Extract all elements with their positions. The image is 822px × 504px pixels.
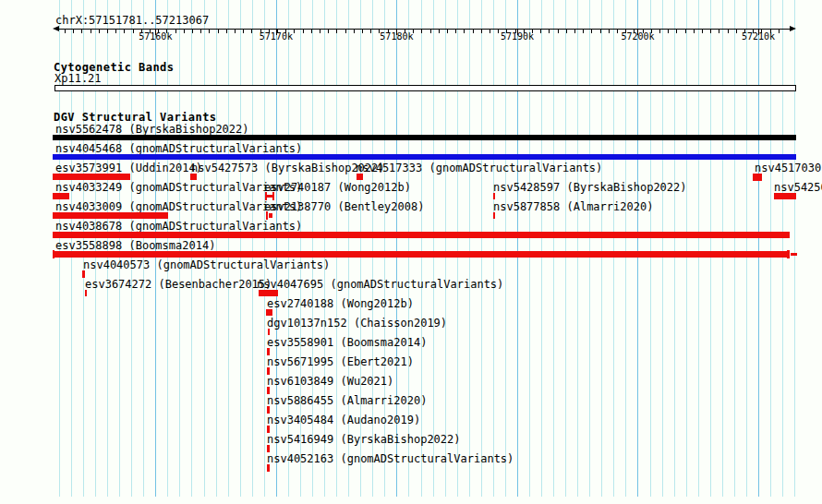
grid-major-line bbox=[758, 0, 759, 497]
variant-glyph[interactable] bbox=[493, 212, 495, 219]
variant-label[interactable]: nsv5877858 (Almarri2020) bbox=[493, 201, 653, 212]
variant-glyph[interactable] bbox=[267, 367, 270, 375]
variant-glyph[interactable] bbox=[267, 348, 270, 355]
ruler-minor-tick bbox=[549, 29, 550, 33]
grid-minor-line bbox=[650, 0, 651, 497]
ruler-tick-label: 57170k bbox=[260, 31, 293, 42]
variant-glyph[interactable] bbox=[267, 464, 270, 472]
ruler-minor-tick bbox=[311, 29, 312, 33]
variant-label[interactable]: dgv10137n152 (Chaisson2019) bbox=[267, 318, 447, 329]
ruler-minor-tick bbox=[617, 29, 618, 33]
ruler-tick-label: 57160k bbox=[139, 31, 172, 42]
variant-glyph[interactable] bbox=[357, 174, 363, 180]
variant-glyph[interactable] bbox=[493, 193, 495, 199]
variant-glyph[interactable] bbox=[753, 174, 762, 181]
ruler-minor-tick bbox=[736, 29, 737, 33]
ruler-minor-tick bbox=[685, 29, 686, 33]
variant-label[interactable]: esv3558898 (Boomsma2014) bbox=[55, 240, 215, 251]
ruler-minor-tick bbox=[566, 29, 567, 33]
ruler-minor-tick bbox=[133, 29, 134, 33]
ruler-minor-tick bbox=[218, 29, 219, 33]
grid-minor-line bbox=[698, 0, 699, 497]
variant-glyph[interactable] bbox=[266, 309, 272, 316]
variant-label[interactable]: nsv4045468 (gnomADStructuralVariants) bbox=[55, 143, 302, 154]
ruler-minor-tick bbox=[728, 29, 729, 33]
ruler-minor-tick bbox=[184, 29, 185, 33]
variant-glyph[interactable] bbox=[53, 232, 790, 238]
ruler-right-arrow-icon bbox=[790, 26, 796, 31]
variant-label[interactable]: esv2138770 (Bentley2008) bbox=[264, 201, 424, 212]
grid-minor-line bbox=[565, 0, 566, 497]
ruler-minor-tick bbox=[294, 29, 295, 33]
grid-minor-line bbox=[722, 0, 723, 497]
grid-minor-line bbox=[493, 0, 494, 497]
variant-label[interactable]: nsv6103849 (Wu2021) bbox=[267, 376, 393, 387]
variant-glyph[interactable] bbox=[267, 445, 270, 452]
variant-glyph[interactable] bbox=[267, 387, 270, 394]
variant-label[interactable]: nsv5562478 (ByrskaBishop2022) bbox=[55, 124, 249, 135]
variant-label[interactable]: esv3573991 (Uddin2014) bbox=[55, 162, 202, 174]
variant-glyph[interactable] bbox=[787, 250, 790, 258]
variant-label[interactable]: nsv5671995 (Ebert2021) bbox=[267, 356, 414, 367]
variant-glyph[interactable] bbox=[53, 174, 130, 180]
variant-label[interactable]: nsv4047695 (gnomADStructuralVariants) bbox=[257, 279, 503, 290]
ruler-minor-tick bbox=[421, 29, 422, 33]
variant-label[interactable]: esv2740187 (Wong2012b) bbox=[264, 182, 411, 193]
variant-label[interactable]: nsv542506 bbox=[774, 182, 822, 193]
variant-label[interactable]: nsv4040573 (gnomADStructuralVariants) bbox=[83, 259, 330, 270]
variant-glyph[interactable] bbox=[53, 251, 788, 258]
grid-minor-line bbox=[662, 0, 663, 497]
grid-major-line bbox=[637, 0, 638, 497]
genome-browser-panel: chrX:57151781..57213067 57160k57170k5718… bbox=[0, 0, 822, 504]
variant-label[interactable]: esv3558901 (Boomsma2014) bbox=[267, 337, 427, 348]
variant-glyph[interactable] bbox=[266, 211, 268, 220]
variant-label[interactable]: esv3674272 (Besenbacher2015) bbox=[85, 279, 272, 290]
variant-glyph[interactable] bbox=[774, 193, 796, 199]
variant-glyph[interactable] bbox=[269, 213, 272, 218]
variant-glyph[interactable] bbox=[272, 192, 274, 200]
grid-minor-line bbox=[589, 0, 590, 497]
ruler-minor-tick bbox=[447, 29, 448, 33]
variant-label[interactable]: nsv4052163 (gnomADStructuralVariants) bbox=[267, 453, 514, 464]
variant-glyph[interactable] bbox=[267, 426, 270, 433]
ruler-minor-tick bbox=[439, 29, 440, 33]
variant-label[interactable]: nsv5416949 (ByrskaBishop2022) bbox=[267, 434, 461, 445]
variant-glyph[interactable] bbox=[53, 193, 69, 199]
variant-label[interactable]: nsv5886455 (Almarri2020) bbox=[267, 395, 427, 406]
ruler-minor-tick bbox=[779, 29, 780, 33]
region-coordinates-label: chrX:57151781..57213067 bbox=[55, 15, 209, 26]
variant-label[interactable]: nsv5428597 (ByrskaBishop2022) bbox=[493, 182, 687, 193]
cytoband-box[interactable] bbox=[54, 85, 796, 91]
variant-label[interactable]: nsv4517030 ( bbox=[755, 162, 822, 174]
track-heading-dgv-structural-variants: DGV Structural Variants bbox=[54, 112, 217, 123]
variant-glyph[interactable] bbox=[259, 290, 278, 296]
variant-glyph[interactable] bbox=[268, 329, 270, 335]
variant-glyph[interactable] bbox=[53, 154, 796, 160]
variant-glyph[interactable] bbox=[85, 290, 87, 296]
variant-glyph[interactable] bbox=[267, 406, 270, 414]
ruler-minor-tick bbox=[362, 29, 363, 33]
variant-glyph[interactable] bbox=[82, 270, 85, 278]
ruler-minor-tick bbox=[328, 29, 329, 33]
ruler-minor-tick bbox=[91, 29, 91, 33]
ruler-minor-tick bbox=[676, 29, 677, 33]
variant-label[interactable]: nsv3405484 (Audano2019) bbox=[267, 414, 420, 426]
variant-glyph[interactable] bbox=[190, 174, 197, 180]
variant-label[interactable]: esv2740188 (Wong2012b) bbox=[267, 298, 414, 309]
grid-minor-line bbox=[734, 0, 735, 497]
grid-minor-line bbox=[577, 0, 578, 497]
grid-minor-line bbox=[782, 0, 783, 497]
ruler-minor-tick bbox=[235, 29, 236, 33]
variant-label[interactable]: nsv4038678 (gnomADStructuralVariants) bbox=[55, 221, 302, 232]
variant-glyph[interactable] bbox=[53, 135, 796, 140]
grid-minor-line bbox=[770, 0, 771, 497]
variant-glyph[interactable] bbox=[791, 253, 797, 256]
grid-minor-line bbox=[601, 0, 602, 497]
grid-minor-line bbox=[264, 0, 265, 497]
ruler-minor-tick bbox=[455, 29, 456, 33]
ruler-minor-tick bbox=[124, 29, 125, 33]
ruler-minor-tick bbox=[464, 29, 465, 33]
ruler-minor-tick bbox=[583, 29, 584, 33]
variant-glyph[interactable] bbox=[53, 212, 168, 219]
variant-label[interactable]: nsv4517333 (gnomADStructuralVariants) bbox=[356, 162, 602, 174]
